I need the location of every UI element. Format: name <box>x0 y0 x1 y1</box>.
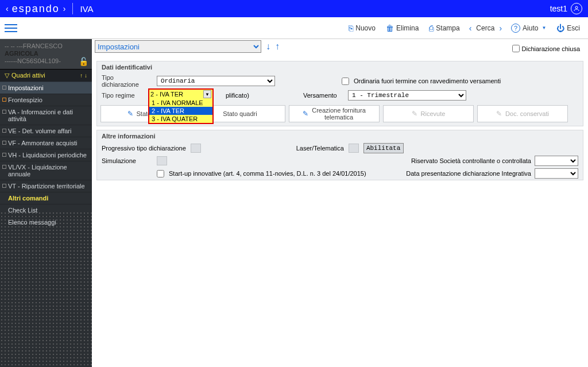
tipo-regime-label: Tipo regime <box>102 92 152 99</box>
simulazione-field[interactable] <box>157 156 167 165</box>
progressivo-label: Progressivo tipo dichiarazione <box>102 145 186 152</box>
chevron-right-icon[interactable]: › <box>63 4 66 13</box>
esci-button[interactable]: ⏻Esci <box>553 21 583 35</box>
data-presentazione-select[interactable] <box>535 168 578 179</box>
cerca-button[interactable]: Cerca <box>474 24 497 32</box>
aiuto-label: Aiuto <box>523 24 538 32</box>
tipo-dichiarazione-label: Tipo dichiarazione <box>102 74 152 88</box>
tipo-dichiarazione-select[interactable]: Ordinaria <box>157 76 275 86</box>
sidebar-item-impostazioni[interactable]: Impostazioni <box>0 82 92 94</box>
power-icon: ⏻ <box>556 24 564 33</box>
print-icon: ⎙ <box>429 24 434 33</box>
sidebar-item-label: VT - Ripartizione territoriale <box>8 183 85 190</box>
plificato-suffix: plificato) <box>226 92 249 99</box>
down-arrow-icon[interactable]: ↓ <box>266 41 270 52</box>
abilitata-field[interactable] <box>363 143 404 153</box>
riservato-label: Riservato Società controllante o control… <box>411 157 531 164</box>
next-icon[interactable]: › <box>497 24 504 33</box>
sidebar-item-label: VF - Ammontare acquisti <box>8 140 77 146</box>
tipo-regime-selected[interactable]: 2 - IVA TER ▼ <box>149 90 212 99</box>
pencil-icon: ✎ <box>127 110 133 118</box>
ordinaria-fuori-checkbox[interactable] <box>342 78 349 85</box>
nuovo-label: Nuovo <box>355 24 376 32</box>
btn-label: Doc. conservati <box>505 110 549 117</box>
prev-icon[interactable]: ‹ <box>467 24 474 33</box>
user-name: test1 <box>550 4 567 13</box>
ordinaria-fuori-label: Ordinaria fuori termine con ravvedimento… <box>354 78 501 84</box>
regime-option-2[interactable]: 2 - IVA TER <box>149 107 212 115</box>
tipo-regime-dropdown[interactable]: 2 - IVA TER ▼ 1 - IVA NORMALE 2 - IVA TE… <box>148 88 214 124</box>
elimina-button[interactable]: 🗑Elimina <box>382 21 422 35</box>
progressivo-field[interactable] <box>191 144 201 153</box>
laser-field[interactable] <box>349 144 359 153</box>
panel-altre-informazioni: Altre informazioni Progressivo tipo dich… <box>96 130 583 180</box>
sidebar-item-ve[interactable]: VE - Det. volume affari <box>0 125 92 137</box>
sidebar-item-vlvx[interactable]: VL/VX - Liquidazione annuale <box>0 161 92 180</box>
sidebar-item-label: VA - Informazioni e dati attività <box>8 109 73 122</box>
btn-label-1: Creazione fornitura <box>312 107 366 114</box>
sidebar-item-label: VE - Det. volume affari <box>8 128 71 134</box>
sidebar-section-quadri[interactable]: ▽Quadri attivi ↑ ↓ <box>0 69 92 82</box>
dropdown-caret-icon[interactable]: ▼ <box>203 90 211 98</box>
lock-icon[interactable]: 🔓 <box>79 57 88 67</box>
aiuto-button[interactable]: ?Aiuto▼ <box>508 21 550 35</box>
startup-label: Start-up innovative (art. 4, comma 11-no… <box>169 170 366 177</box>
regime-option-1[interactable]: 1 - IVA NORMALE <box>149 99 212 107</box>
nuovo-button[interactable]: ⎘Nuovo <box>345 21 379 35</box>
user-avatar-icon[interactable] <box>571 3 582 14</box>
stampa-button[interactable]: ⎙Stampa <box>425 21 463 35</box>
breadcrumb-select[interactable]: Impostazioni <box>95 40 261 53</box>
sidebar-altri-label: Altri comandi <box>8 195 48 202</box>
regime-option-3[interactable]: 3 - IVA QUATER <box>149 115 212 123</box>
esci-label: Esci <box>567 24 580 32</box>
doc-conservati-button: ✎Doc. conservati <box>477 105 568 122</box>
panel-title: Dati identificativi <box>97 61 583 73</box>
divider <box>72 3 73 14</box>
filter-icon: ▽ <box>5 72 9 79</box>
trash-icon: 🗑 <box>386 24 394 33</box>
laser-label: Laser/Telematica <box>296 145 344 152</box>
sidebar-item-vf[interactable]: VF - Ammontare acquisti <box>0 137 92 149</box>
sidebar-item-va[interactable]: VA - Informazioni e dati attività <box>0 106 92 125</box>
section-title: IVA <box>80 4 93 14</box>
simulazione-label: Simulazione <box>102 157 152 164</box>
sidebar-item-vt[interactable]: VT - Ripartizione territoriale <box>0 180 92 192</box>
sidebar-item-label: Frontespizio <box>8 96 42 103</box>
sidebar-altri-comandi[interactable]: Altri comandi <box>0 192 92 204</box>
versamento-select[interactable]: 1 - Trimestrale <box>348 90 466 101</box>
svg-point-0 <box>575 6 578 9</box>
aiuto-caret-icon: ▼ <box>541 25 546 30</box>
dichiarazione-chiusa-checkbox[interactable] <box>512 45 520 52</box>
breadcrumb-bar: Impostazioni ↓ ↑ <box>95 40 280 53</box>
client-name-2: AGRICOLA <box>5 50 87 57</box>
chevron-left-icon[interactable]: ‹ <box>6 4 9 13</box>
sidebar-section-label: Quadri attivi <box>11 72 45 79</box>
new-icon: ⎘ <box>349 24 353 33</box>
client-name-1: -- -- ---FRANCESCO <box>5 43 87 50</box>
ricevute-button: ✎Ricevute <box>383 105 474 122</box>
riservato-select[interactable] <box>535 156 578 166</box>
sidebar-item-vh[interactable]: VH - Liquidazioni periodiche <box>0 149 92 161</box>
panel-title: Altre informazioni <box>97 130 583 142</box>
sidebar-item-frontespizio[interactable]: Frontespizio <box>0 94 92 106</box>
dichiarazione-chiusa-row: Dichiarazione chiusa <box>512 45 581 52</box>
btn-label: Ricevute <box>421 110 446 117</box>
brand-name: espando <box>12 3 60 15</box>
data-presentazione-label: Data presentazione dichiarazione Integra… <box>406 170 531 177</box>
btn-label: Stato quadri <box>223 110 257 117</box>
pencil-icon: ✎ <box>412 110 417 118</box>
pencil-icon: ✎ <box>496 110 502 118</box>
creazione-fornitura-button[interactable]: ✎Creazione fornituratelematica <box>289 105 380 122</box>
tipo-regime-selected-label: 2 - IVA TER <box>150 91 183 98</box>
sidebar-item-label: VH - Liquidazioni periodiche <box>8 152 87 159</box>
sidebar-item-label: Impostazioni <box>8 84 44 91</box>
sort-arrows-icon[interactable]: ↑ ↓ <box>80 72 87 79</box>
startup-checkbox[interactable] <box>157 170 164 177</box>
sidebar: ◀ -- -- ---FRANCESCO AGRICOLA ------NC56… <box>0 39 92 367</box>
sidebar-item-label: VL/VX - Liquidazione annuale <box>8 164 67 177</box>
sidebar-header: -- -- ---FRANCESCO AGRICOLA ------NC56S0… <box>0 39 92 69</box>
sidebar-texture <box>0 211 92 367</box>
hamburger-icon[interactable] <box>5 22 17 34</box>
pencil-icon: ✎ <box>303 110 308 118</box>
up-arrow-icon[interactable]: ↑ <box>275 41 280 52</box>
